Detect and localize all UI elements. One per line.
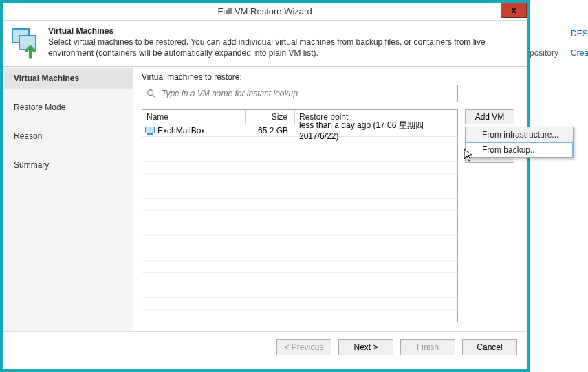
svg-rect-1 (19, 36, 36, 50)
vm-list-label: Virtual machines to restore: (142, 72, 519, 82)
bg-text-repo: pository (530, 48, 558, 58)
svg-rect-4 (146, 127, 155, 133)
sidebar-item-restore-mode[interactable]: Restore Mode (3, 97, 133, 118)
svg-point-2 (148, 90, 153, 96)
sidebar-item-reason[interactable]: Reason (3, 126, 133, 146)
sidebar-item-summary[interactable]: Summary (3, 155, 133, 175)
wizard-main-panel: Virtual machines to restore: Name Size R… (133, 67, 527, 331)
wizard-dialog: Full VM Restore Wizard x Virtual Machine… (0, 0, 530, 372)
search-icon (146, 89, 156, 98)
next-button[interactable]: Next > (338, 339, 393, 355)
add-vm-button[interactable]: Add VM (465, 109, 514, 124)
mouse-cursor-icon (464, 149, 475, 162)
cancel-button[interactable]: Cancel (462, 339, 517, 355)
row-size: 65.2 GB (246, 126, 295, 135)
col-header-name[interactable]: Name (142, 110, 246, 124)
bg-text-desc: DESC (571, 29, 588, 39)
wizard-steps-sidebar: Virtual Machines Restore Mode Reason Sum… (3, 67, 133, 331)
col-header-size[interactable]: Size (246, 110, 295, 124)
wizard-header: Virtual Machines Select virtual machines… (3, 21, 527, 67)
row-restore-point: less than a day ago (17:06 星期四 2017/6/22… (295, 120, 457, 141)
row-name: ExchMailBox (157, 126, 205, 135)
svg-line-3 (153, 95, 155, 98)
svg-rect-5 (147, 133, 153, 135)
add-vm-context-menu: From infrastructure... From backup... (465, 127, 574, 158)
search-box[interactable] (142, 85, 458, 102)
menu-item-from-backup[interactable]: From backup... (466, 142, 573, 157)
close-button[interactable]: x (501, 3, 527, 18)
table-row[interactable]: ExchMailBox 65.2 GB less than a day ago … (142, 124, 457, 137)
header-title: Virtual Machines (48, 26, 520, 36)
header-description: Select virtual machines to be restored. … (48, 37, 520, 58)
window-title: Full VM Restore Wizard (3, 3, 527, 21)
vm-table: Name Size Restore point ExchMailBox 65.2… (142, 109, 458, 322)
wizard-footer: < Previous Next > Finish Cancel (3, 331, 527, 362)
finish-button[interactable]: Finish (400, 339, 455, 355)
bg-text-crea: Crea (571, 48, 588, 58)
search-input[interactable] (160, 88, 453, 99)
menu-item-from-infrastructure[interactable]: From infrastructure... (466, 127, 573, 142)
previous-button[interactable]: < Previous (276, 339, 331, 355)
vm-icon (145, 127, 155, 135)
vm-restore-icon (10, 26, 43, 59)
sidebar-item-virtual-machines[interactable]: Virtual Machines (3, 68, 133, 89)
title-bar: Full VM Restore Wizard x (3, 3, 527, 21)
